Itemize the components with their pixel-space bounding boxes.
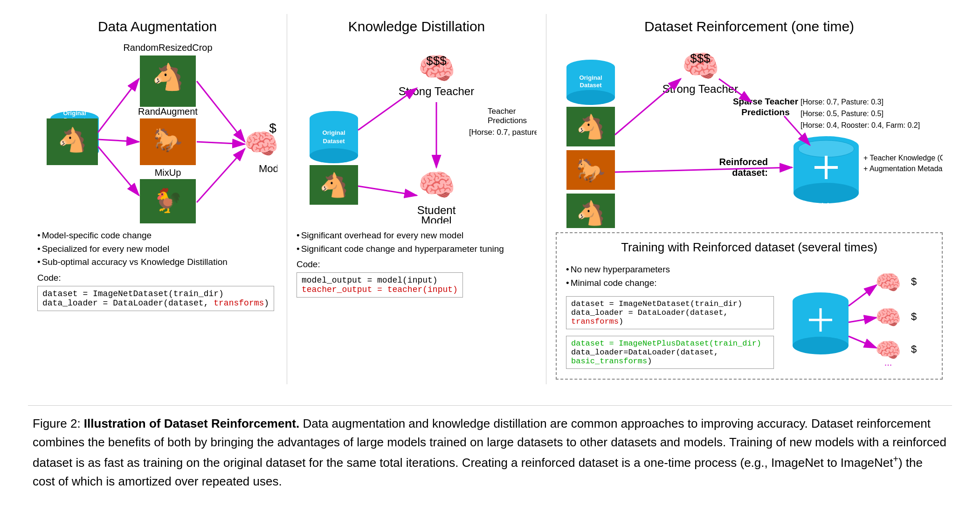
aug-code-label: Code:: [37, 273, 277, 283]
svg-text:🐴: 🐴: [319, 171, 349, 199]
svg-text:Original: Original: [63, 110, 86, 117]
svg-text:$$$: $$$: [426, 54, 447, 68]
svg-point-72: [798, 140, 854, 157]
training-bullet-2: Minimal code change:: [566, 277, 774, 290]
aug-bullet-2: Specialized for every new model: [37, 243, 277, 256]
svg-text:...: ...: [884, 357, 892, 367]
kd-code-label: Code:: [297, 259, 537, 270]
svg-text:🐴: 🐴: [58, 126, 87, 154]
svg-text:Original: Original: [579, 74, 602, 81]
caption-bold-text: Illustration of Dataset Reinforcement.: [84, 416, 299, 430]
svg-text:Original: Original: [322, 129, 345, 136]
svg-text:[Horse: 0.7, Pasture: 0.3]: [Horse: 0.7, Pasture: 0.3]: [801, 98, 883, 106]
aug-code-block: dataset = ImageNetDataset(train_dir) dat…: [37, 286, 274, 311]
section-data-augmentation: Data Augmentation Original Dataset 🐴 Ran…: [28, 14, 287, 384]
svg-text:🐴: 🐴: [576, 199, 606, 227]
aug-bullet-1: Model-specific code change: [37, 229, 277, 243]
svg-point-86: [793, 337, 849, 354]
training-old-code: dataset = ImageNetDataset(train_dir) dat…: [566, 296, 774, 329]
new-code-line2: data_loader=DataLoader(dataset, basic_tr…: [571, 348, 769, 366]
svg-line-17: [98, 139, 139, 142]
svg-text:Strong Teacher: Strong Teacher: [399, 85, 474, 97]
aug-code-line1: dataset = ImageNetDataset(train_dir): [42, 289, 269, 298]
svg-line-40: [358, 88, 417, 130]
svg-text:🧠: 🧠: [875, 305, 902, 330]
diagram-area: Data Augmentation Original Dataset 🐴 Ran…: [28, 14, 952, 394]
section-dataset-reinforcement: Dataset Reinforcement (one time) Origina…: [546, 14, 952, 384]
svg-text:Reinforced: Reinforced: [719, 157, 768, 167]
kd-code-line1: model_output = model(input): [302, 276, 458, 285]
svg-text:🧠: 🧠: [875, 270, 902, 295]
dr-top: Original Dataset 🐴 🐎 🐴 🧠 $$$ Strong Teac…: [556, 42, 943, 230]
training-content: No new hyperparameters Minimal code chan…: [566, 259, 932, 372]
svg-text:Predictions: Predictions: [741, 107, 789, 117]
aug-bullet-3: Sub-optimal accuracy vs Knowledge Distil…: [37, 256, 277, 269]
training-title: Training with Reinforced dataset (severa…: [566, 240, 932, 255]
training-bullets: No new hyperparameters Minimal code chan…: [566, 263, 774, 290]
new-code-line1: dataset = ImageNetPlusDataset(train_dir): [571, 339, 769, 348]
svg-text:$: $: [911, 343, 917, 355]
svg-text:$: $: [911, 311, 917, 322]
svg-text:$: $: [269, 121, 276, 135]
svg-text:Dataset: Dataset: [323, 138, 345, 145]
dr-diagram: Original Dataset 🐴 🐎 🐴 🧠 $$$ Strong Teac…: [556, 42, 943, 228]
svg-line-61: [615, 79, 681, 135]
svg-text:Dataset: Dataset: [815, 209, 838, 216]
training-left: No new hyperparameters Minimal code chan…: [566, 259, 774, 372]
kd-bullet-2: Significant code change and hyperparamet…: [297, 243, 537, 256]
svg-text:RandAugment: RandAugment: [138, 106, 198, 117]
old-code-line1: dataset = ImageNetDataset(train_dir): [571, 299, 769, 308]
kd-code-block: model_output = model(input) teacher_outp…: [297, 272, 463, 298]
svg-text:$: $: [911, 276, 917, 287]
svg-text:🐴: 🐴: [152, 62, 184, 92]
svg-point-71: [794, 183, 859, 203]
aug-diagram: Original Dataset 🐴 RandomResizedCrop 🐎 R…: [37, 42, 277, 223]
svg-text:🐓: 🐓: [153, 187, 183, 215]
svg-line-45: [358, 186, 417, 195]
svg-text:RandomResizedCrop: RandomResizedCrop: [123, 42, 212, 53]
svg-line-21: [197, 149, 245, 202]
svg-point-29: [310, 148, 358, 163]
main-container: Data Augmentation Original Dataset 🐴 Ran…: [28, 14, 952, 491]
svg-text:Model: Model: [421, 214, 451, 223]
kd-bullet-1: Significant overhead for every new model: [297, 229, 537, 243]
svg-text:+ Augmentation Metadata (Compr: + Augmentation Metadata (Compressed): [863, 165, 943, 173]
caption-superscript: +: [893, 454, 898, 464]
training-right: 🧠 $ 🧠 $ 🧠 $ ...: [783, 259, 932, 362]
svg-text:Dataset: Dataset: [580, 82, 602, 89]
figure-caption: Figure 2: Illustration of Dataset Reinfo…: [28, 405, 952, 491]
kd-diagram: Original Dataset 🐴 🧠 $$$ Strong Teacher …: [297, 42, 537, 223]
svg-text:[Horse: 0.5, Pasture: 0.5]: [Horse: 0.5, Pasture: 0.5]: [801, 110, 883, 118]
training-diagram: 🧠 $ 🧠 $ 🧠 $ ...: [783, 259, 932, 367]
svg-text:[Horse: 0.4, Rooster: 0.4, Far: [Horse: 0.4, Rooster: 0.4, Farm: 0.2]: [801, 121, 920, 129]
svg-text:🐎: 🐎: [576, 156, 606, 184]
svg-line-89: [849, 285, 876, 306]
svg-text:Original: Original: [814, 201, 837, 208]
svg-text:[Horse: 0.7, pasture: 0.3]: [Horse: 0.7, pasture: 0.3]: [469, 128, 537, 137]
svg-line-82: [784, 116, 810, 145]
training-new-code: dataset = ImageNetPlusDataset(train_dir)…: [566, 336, 774, 369]
svg-text:MixUp: MixUp: [155, 167, 181, 178]
section-knowledge-distillation: Knowledge Distillation Original Dataset …: [287, 14, 546, 384]
svg-text:🧠: 🧠: [418, 167, 456, 203]
section-title-kd: Knowledge Distillation: [297, 19, 537, 35]
aug-bullets: Model-specific code change Specialized f…: [37, 229, 277, 269]
section-title-dr: Dataset Reinforcement (one time): [556, 19, 943, 35]
svg-line-91: [849, 336, 876, 348]
section-title-aug: Data Augmentation: [37, 19, 277, 35]
svg-line-19: [197, 81, 245, 142]
kd-code-line2: teacher_output = teacher(input): [302, 285, 458, 294]
svg-text:$$$: $$$: [690, 51, 711, 65]
svg-text:Teacher: Teacher: [488, 107, 516, 116]
svg-line-20: [197, 142, 245, 144]
svg-text:🐎: 🐎: [153, 126, 183, 154]
svg-text:Predictions: Predictions: [488, 116, 527, 125]
aug-code-line2: data_loader = DataLoader(dataset, transf…: [42, 298, 269, 308]
svg-text:Sparse Teacher: Sparse Teacher: [733, 97, 799, 106]
training-section: Training with Reinforced dataset (severa…: [556, 232, 943, 380]
svg-line-16: [98, 79, 139, 132]
svg-line-18: [98, 146, 139, 195]
old-code-line2: data_loader = DataLoader(dataset, transf…: [571, 308, 769, 326]
svg-point-49: [566, 90, 615, 105]
svg-text:🐴: 🐴: [576, 113, 606, 141]
